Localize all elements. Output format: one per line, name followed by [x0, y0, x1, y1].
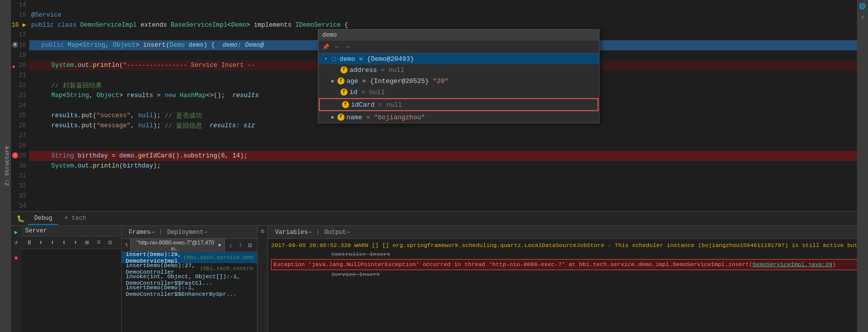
debug-val-address: = null	[377, 66, 405, 74]
code-line-34	[29, 201, 857, 211]
debug-icon-bug: 🐛	[17, 215, 25, 223]
server-btn-7[interactable]: ≡	[94, 237, 104, 247]
gutter-25: 25	[11, 111, 26, 121]
server-btn-8[interactable]: ⊡	[105, 237, 115, 247]
debug-key-demo: demo	[339, 55, 355, 63]
debug-item-idcard[interactable]: f idCard = null	[320, 99, 597, 110]
debug-popup-header: demo	[318, 30, 599, 41]
code-line-31	[29, 171, 857, 181]
debug-item-age[interactable]: ▶ f age = {Integer@20525} "20"	[318, 75, 599, 87]
server-btn-1[interactable]: ⏸	[24, 237, 34, 247]
debug-item-idcard-box: f idCard = null	[319, 98, 598, 111]
far-right-btn-rebel[interactable]: ⚡	[858, 13, 866, 21]
debug-expand-age: ▶	[329, 77, 336, 85]
gutter-20: 20 ●	[11, 60, 26, 70]
console-line-2: Exception 'java.lang.NullPointerExceptio…	[271, 259, 857, 270]
console-line-1: Controller Insert	[271, 250, 857, 259]
stop-debug-btn[interactable]: ■	[12, 254, 20, 262]
frame-item-0[interactable]: insert(Demo):29, DemoServiceImpl (hbi.te…	[122, 252, 257, 263]
server-header: Server	[21, 226, 121, 236]
code-line-29: String birthday = demo.getIdCard().subst…	[29, 151, 857, 161]
gutter-24: 24	[11, 101, 26, 111]
gutter-32: 32	[11, 181, 26, 191]
debug-expand-name: ▶	[329, 114, 336, 121]
tab-deployment[interactable]: Deployment→	[163, 228, 211, 237]
debug-key-address: address	[350, 66, 377, 74]
frames-panel: Frames→ | Deployment→ ⌥ "http-nio-8080-e…	[122, 226, 257, 332]
gutter-21: 21	[11, 70, 26, 80]
debug-item-demo[interactable]: ▾ ⬡ demo = {Demo@20493}	[318, 53, 599, 64]
server-btn-2[interactable]: ⬇	[36, 237, 46, 247]
frame-sub-0: (hbi.tech.service.dem	[183, 255, 253, 261]
debug-item-id[interactable]: f id = null	[318, 87, 599, 98]
debug-key-age: age	[346, 77, 358, 85]
debug-icon-f-idcard: f	[342, 101, 349, 108]
gutter-19: 19	[11, 50, 26, 60]
debug-key-id: id	[350, 89, 358, 96]
debug-icon-f-id: f	[340, 89, 348, 96]
debug-icon-v: ⬡	[330, 55, 337, 62]
bottom-debug-area: 🐛 Debug ⚡ tech ▶ ↺ ■	[11, 211, 857, 332]
frames-side-btns: ⊡	[257, 226, 268, 332]
line-number-gutter: 14 15 16 ▶ 17 18 ● 19 20 ● 21 22 23	[11, 0, 29, 211]
thread-down-btn[interactable]: ↓	[227, 241, 234, 250]
console-output: 2017-09-05 20:05:52.320 WARN [] [] org.s…	[268, 239, 860, 332]
server-btn-5[interactable]: ⬆	[70, 237, 80, 247]
console-link-demoserviceimpl[interactable]: DemoServiceImpl.java:29	[752, 261, 832, 268]
server-btn-6[interactable]: ⊞	[82, 237, 92, 247]
tab-tech[interactable]: ⚡ tech	[58, 212, 92, 225]
tab-frames[interactable]: Frames→	[125, 228, 158, 237]
gutter-17: 17	[11, 30, 26, 40]
debug-forward-btn[interactable]: →	[343, 42, 353, 51]
debug-side-controls: ▶ ↺ ■	[11, 226, 21, 332]
console-line-0: 2017-09-05 20:05:52.320 WARN [] [] org.s…	[271, 241, 857, 250]
tab-output[interactable]: Output→	[320, 228, 354, 237]
vars-panel: Variables→ | Output→ 2017-09-05 20:05:52…	[268, 226, 860, 332]
thread-filter-btn[interactable]: ⊡	[246, 241, 254, 250]
tab-variables[interactable]: Variables→	[271, 228, 315, 237]
debug-icon-f-address: f	[340, 66, 348, 73]
frame-item-2[interactable]: invoke(int, Object, Object[]):-1, DemoCo…	[122, 274, 257, 285]
debug-pin-btn[interactable]: 📌	[321, 42, 330, 51]
code-line-15: @Service	[29, 10, 857, 20]
frame-sub-1: (hbi.tech.contro	[200, 266, 253, 272]
debug-noexpand-idcard	[334, 101, 341, 108]
thread-up-btn[interactable]: ↑	[237, 241, 244, 250]
debug-val-demo: = {Demo@20493}	[355, 55, 414, 63]
thread-selector-row: ⌥ "http-nio-8080-exec-7"@17,470 in... ▾ …	[122, 239, 257, 252]
server-label: Server	[25, 227, 47, 234]
gutter-16: 16 ▶	[11, 20, 26, 30]
debug-expand-demo: ▾	[322, 55, 329, 62]
debug-back-btn[interactable]: ←	[332, 42, 341, 51]
z-structure-label[interactable]: Z: Structure	[3, 144, 11, 188]
thread-dropdown[interactable]: "http-nio-8080-exec-7"@17,470 in... ▾	[130, 238, 225, 253]
console-line-3: Service Insert	[271, 270, 857, 279]
gutter-31: 31	[11, 171, 26, 181]
debug-main-area: ▶ ↺ ■ Server ⏸ ⬇ ⬇ ⬆ ⬆ ⊞	[11, 226, 857, 332]
gutter-29: 29 !	[11, 151, 26, 161]
frame-text-3: insertDemo(Demo):-1, DemoController$$Enh…	[126, 284, 253, 297]
debug-item-address[interactable]: f address = null	[318, 64, 599, 75]
tab-debug[interactable]: Debug	[28, 213, 58, 225]
resume-btn[interactable]: ▶	[12, 228, 20, 236]
server-btn-3[interactable]: ⬇	[47, 237, 57, 247]
frame-item-3[interactable]: insertDemo(Demo):-1, DemoController$$Enh…	[122, 285, 257, 296]
debug-popup-toolbar: 📌 ← →	[318, 41, 599, 53]
server-btn-4[interactable]: ⬆	[59, 237, 69, 247]
refresh-debug-btn[interactable]: ↺	[12, 238, 20, 246]
code-line-33	[29, 191, 857, 201]
server-toolbar: ⏸ ⬇ ⬇ ⬆ ⬆ ⊞ ≡ ⊡	[21, 236, 121, 249]
debug-popup-title: demo	[322, 32, 337, 39]
gutter-26: 26	[11, 121, 26, 131]
frames-side-btn1[interactable]: ⊡	[258, 227, 267, 235]
code-line-16: public class DemoServiceImpl extends Bas…	[29, 20, 857, 30]
code-line-28	[29, 141, 857, 151]
debug-key-name: name	[346, 114, 362, 121]
debug-item-name[interactable]: ▶ f name = "bojiangzhou"	[318, 112, 599, 123]
z-structure-sidebar: Z: Structure	[0, 0, 11, 332]
far-right-btn-web[interactable]: 🌐	[858, 2, 866, 10]
gutter-23: 23	[11, 91, 26, 101]
code-line-30: System.out.println(birthday);	[29, 161, 857, 171]
frame-item-1[interactable]: insertDemo(Demo):27, DemoController (hbi…	[122, 263, 257, 274]
gutter-14: 14	[11, 0, 26, 10]
